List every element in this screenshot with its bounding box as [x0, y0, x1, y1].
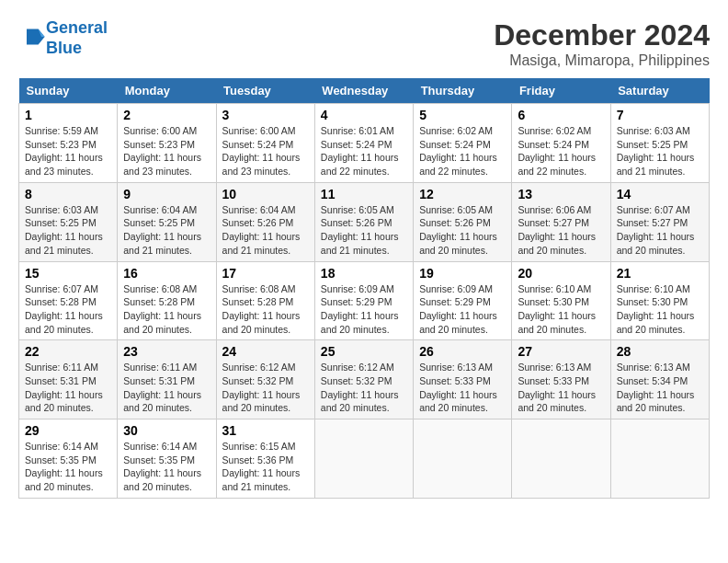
calendar-cell: 31Sunrise: 6:15 AM Sunset: 5:36 PM Dayli…	[216, 419, 314, 499]
day-number: 3	[222, 108, 309, 122]
day-number: 23	[123, 344, 210, 359]
day-number: 1	[25, 108, 111, 122]
logo-line2: Blue	[46, 39, 82, 57]
week-row-1: 1Sunrise: 5:59 AM Sunset: 5:23 PM Daylig…	[19, 104, 710, 183]
day-number: 20	[518, 266, 604, 281]
calendar-cell: 10Sunrise: 6:04 AM Sunset: 5:26 PM Dayli…	[216, 182, 314, 261]
header-saturday: Saturday	[610, 78, 709, 104]
calendar-cell: 15Sunrise: 6:07 AM Sunset: 5:28 PM Dayli…	[19, 261, 118, 340]
day-info: Sunrise: 6:07 AM Sunset: 5:28 PM Dayligh…	[25, 282, 111, 337]
calendar-cell: 13Sunrise: 6:06 AM Sunset: 5:27 PM Dayli…	[512, 182, 610, 261]
day-info: Sunrise: 6:10 AM Sunset: 5:30 PM Dayligh…	[617, 282, 703, 337]
day-info: Sunrise: 6:08 AM Sunset: 5:28 PM Dayligh…	[222, 282, 309, 337]
day-info: Sunrise: 6:13 AM Sunset: 5:34 PM Dayligh…	[617, 361, 703, 415]
calendar-cell	[512, 419, 610, 499]
day-number: 17	[222, 266, 309, 281]
header-thursday: Thursday	[414, 78, 512, 104]
day-info: Sunrise: 6:07 AM Sunset: 5:27 PM Dayligh…	[617, 203, 703, 258]
title-block: December 2024 Masiga, Mimaropa, Philippi…	[494, 18, 710, 69]
week-row-4: 22Sunrise: 6:11 AM Sunset: 5:31 PM Dayli…	[19, 340, 710, 419]
day-number: 10	[222, 187, 309, 201]
day-info: Sunrise: 6:06 AM Sunset: 5:27 PM Dayligh…	[518, 203, 604, 258]
day-info: Sunrise: 6:00 AM Sunset: 5:24 PM Dayligh…	[222, 124, 309, 178]
header-monday: Monday	[118, 78, 216, 104]
day-info: Sunrise: 6:04 AM Sunset: 5:25 PM Dayligh…	[123, 203, 210, 258]
day-info: Sunrise: 6:15 AM Sunset: 5:36 PM Dayligh…	[222, 440, 309, 494]
day-info: Sunrise: 6:05 AM Sunset: 5:26 PM Dayligh…	[321, 203, 407, 258]
day-info: Sunrise: 6:02 AM Sunset: 5:24 PM Dayligh…	[518, 124, 604, 178]
day-info: Sunrise: 6:12 AM Sunset: 5:32 PM Dayligh…	[321, 361, 407, 415]
day-number: 4	[321, 108, 407, 122]
day-info: Sunrise: 6:03 AM Sunset: 5:25 PM Dayligh…	[617, 124, 703, 178]
day-number: 2	[123, 108, 210, 122]
day-info: Sunrise: 6:09 AM Sunset: 5:29 PM Dayligh…	[321, 282, 407, 337]
calendar-cell: 1Sunrise: 5:59 AM Sunset: 5:23 PM Daylig…	[19, 104, 118, 183]
day-info: Sunrise: 6:14 AM Sunset: 5:35 PM Dayligh…	[25, 440, 111, 494]
day-info: Sunrise: 6:14 AM Sunset: 5:35 PM Dayligh…	[123, 440, 210, 494]
day-number: 19	[419, 266, 506, 281]
day-number: 14	[617, 187, 703, 201]
calendar-cell: 14Sunrise: 6:07 AM Sunset: 5:27 PM Dayli…	[610, 182, 709, 261]
day-info: Sunrise: 6:05 AM Sunset: 5:26 PM Dayligh…	[419, 203, 506, 258]
day-number: 12	[419, 187, 506, 201]
day-number: 21	[617, 266, 703, 281]
day-number: 25	[321, 344, 407, 359]
calendar-cell: 24Sunrise: 6:12 AM Sunset: 5:32 PM Dayli…	[216, 340, 314, 419]
day-number: 18	[321, 266, 407, 281]
calendar-cell: 3Sunrise: 6:00 AM Sunset: 5:24 PM Daylig…	[216, 104, 314, 183]
calendar-cell: 6Sunrise: 6:02 AM Sunset: 5:24 PM Daylig…	[512, 104, 610, 183]
calendar-cell: 21Sunrise: 6:10 AM Sunset: 5:30 PM Dayli…	[610, 261, 709, 340]
calendar-cell: 7Sunrise: 6:03 AM Sunset: 5:25 PM Daylig…	[610, 104, 709, 183]
day-number: 13	[518, 187, 604, 201]
day-number: 28	[617, 344, 703, 359]
day-info: Sunrise: 6:13 AM Sunset: 5:33 PM Dayligh…	[419, 361, 506, 415]
calendar-table: SundayMondayTuesdayWednesdayThursdayFrid…	[18, 78, 710, 499]
day-info: Sunrise: 6:12 AM Sunset: 5:32 PM Dayligh…	[222, 361, 309, 415]
calendar-cell: 22Sunrise: 6:11 AM Sunset: 5:31 PM Dayli…	[19, 340, 118, 419]
day-info: Sunrise: 6:03 AM Sunset: 5:25 PM Dayligh…	[25, 203, 111, 258]
calendar-cell: 19Sunrise: 6:09 AM Sunset: 5:29 PM Dayli…	[414, 261, 512, 340]
day-number: 11	[321, 187, 407, 201]
calendar-cell: 9Sunrise: 6:04 AM Sunset: 5:25 PM Daylig…	[118, 182, 216, 261]
header-wednesday: Wednesday	[314, 78, 413, 104]
day-number: 5	[419, 108, 506, 122]
day-number: 7	[617, 108, 703, 122]
calendar-cell: 8Sunrise: 6:03 AM Sunset: 5:25 PM Daylig…	[19, 182, 118, 261]
day-number: 31	[222, 423, 309, 438]
calendar-cell: 12Sunrise: 6:05 AM Sunset: 5:26 PM Dayli…	[414, 182, 512, 261]
day-number: 6	[518, 108, 604, 122]
calendar-cell: 5Sunrise: 6:02 AM Sunset: 5:24 PM Daylig…	[414, 104, 512, 183]
logo-line1: General	[46, 18, 108, 37]
day-info: Sunrise: 6:04 AM Sunset: 5:26 PM Dayligh…	[222, 203, 309, 258]
day-info: Sunrise: 6:10 AM Sunset: 5:30 PM Dayligh…	[518, 282, 604, 337]
page-header: General Blue December 2024 Masiga, Mimar…	[18, 18, 710, 69]
week-row-5: 29Sunrise: 6:14 AM Sunset: 5:35 PM Dayli…	[19, 419, 710, 499]
calendar-cell: 29Sunrise: 6:14 AM Sunset: 5:35 PM Dayli…	[19, 419, 118, 499]
day-number: 27	[518, 344, 604, 359]
calendar-cell: 2Sunrise: 6:00 AM Sunset: 5:23 PM Daylig…	[118, 104, 216, 183]
day-info: Sunrise: 6:11 AM Sunset: 5:31 PM Dayligh…	[123, 361, 210, 415]
header-tuesday: Tuesday	[216, 78, 314, 104]
day-info: Sunrise: 6:02 AM Sunset: 5:24 PM Dayligh…	[419, 124, 506, 178]
day-number: 22	[25, 344, 111, 359]
day-info: Sunrise: 6:00 AM Sunset: 5:23 PM Dayligh…	[123, 124, 210, 178]
location: Masiga, Mimaropa, Philippines	[494, 52, 710, 69]
logo-text: General Blue	[46, 18, 108, 58]
header-friday: Friday	[512, 78, 610, 104]
day-info: Sunrise: 6:08 AM Sunset: 5:28 PM Dayligh…	[123, 282, 210, 337]
logo: General Blue	[18, 18, 108, 58]
calendar-cell	[314, 419, 413, 499]
calendar-cell: 27Sunrise: 6:13 AM Sunset: 5:33 PM Dayli…	[512, 340, 610, 419]
day-number: 8	[25, 187, 111, 201]
header-row: SundayMondayTuesdayWednesdayThursdayFrid…	[19, 78, 710, 104]
day-info: Sunrise: 6:01 AM Sunset: 5:24 PM Dayligh…	[321, 124, 407, 178]
day-info: Sunrise: 5:59 AM Sunset: 5:23 PM Dayligh…	[25, 124, 111, 178]
week-row-2: 8Sunrise: 6:03 AM Sunset: 5:25 PM Daylig…	[19, 182, 710, 261]
calendar-cell: 16Sunrise: 6:08 AM Sunset: 5:28 PM Dayli…	[118, 261, 216, 340]
day-number: 9	[123, 187, 210, 201]
calendar-cell: 11Sunrise: 6:05 AM Sunset: 5:26 PM Dayli…	[314, 182, 413, 261]
day-number: 16	[123, 266, 210, 281]
week-row-3: 15Sunrise: 6:07 AM Sunset: 5:28 PM Dayli…	[19, 261, 710, 340]
calendar-cell	[610, 419, 709, 499]
day-number: 26	[419, 344, 506, 359]
